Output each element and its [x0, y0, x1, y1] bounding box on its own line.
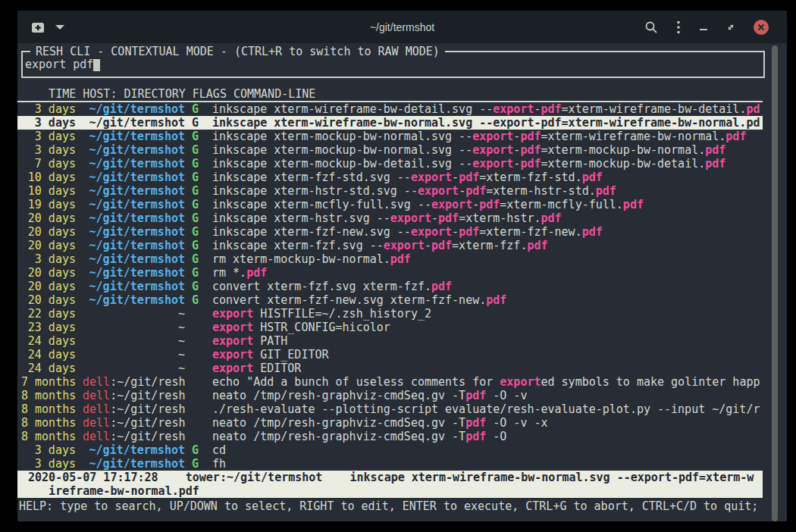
terminal-window: ~/git/termshot [17, 11, 787, 521]
table-row[interactable]: 7 monthsdell:~/git/reshecho "Add a bunch… [17, 375, 763, 389]
command-text: =xterm-wireframe-bw-detail. [562, 102, 747, 116]
table-row[interactable]: 8 monthsdell:~/git/reshneato /tmp/resh-g… [17, 430, 763, 443]
table-row[interactable]: 24 days~export EDITOR [17, 361, 763, 375]
row-flags: G [192, 198, 199, 211]
row-flags: G [192, 171, 199, 184]
table-row[interactable]: 20 days~/git/termshotGconvert xterm-fzf.… [17, 280, 763, 293]
search-button[interactable] [644, 20, 658, 34]
table-row[interactable]: 23 days~export HSTR_CONFIG=hicolor [17, 321, 763, 334]
row-time: 20 days [21, 225, 76, 239]
row-command: neato /tmp/resh-graphviz-cmdSeq.gv -Tpdf… [212, 416, 763, 430]
row-host-dir: ~/git/termshot [83, 198, 185, 211]
command-text: neato /tmp/resh-graphviz-cmdSeq.gv -T [212, 430, 465, 443]
command-match-text: pdf [520, 143, 541, 157]
scrollbar-thumb[interactable] [772, 45, 778, 521]
command-match-text: export [212, 321, 253, 334]
row-host-dir: ~/git/termshot [83, 102, 185, 116]
table-row[interactable]: 8 monthsdell:~/git/reshneato /tmp/resh-g… [17, 389, 763, 402]
command-match-text: pdf [459, 225, 479, 239]
restore-button[interactable] [726, 23, 735, 32]
command-text: cd [212, 443, 226, 457]
row-command: inkscape xterm-fzf-new.svg --export-pdf=… [212, 225, 763, 239]
table-row[interactable]: 3 days~/git/termshotGinkscape xterm-mock… [17, 143, 763, 157]
command-match-text: export [472, 143, 513, 157]
table-row[interactable]: 3 days~/git/termshotGrm xterm-mockup-bw-… [17, 252, 763, 266]
table-row[interactable]: 20 days~/git/termshotGinkscape xterm-fzf… [17, 225, 763, 239]
row-directory: ~/git/termshot [89, 239, 185, 252]
table-header: TIME HOST: DIRECTORY FLAGS COMMAND-LINE [17, 87, 763, 102]
table-row[interactable]: 20 days~/git/termshotGinkscape xterm-fzf… [17, 239, 763, 252]
row-command: convert xterm-fzf-new.svg xterm-fzf-new.… [212, 293, 763, 307]
row-host-dir: ~/git/termshot [83, 225, 185, 239]
table-row[interactable]: 24 days~export PATH [17, 334, 763, 348]
command-text: inkscape xterm-mockup-bw-normal.svg -- [212, 130, 472, 143]
command-text: =xterm-mockup-bw-normal. [541, 143, 705, 157]
row-host-dir: ~/git/termshot [83, 239, 185, 252]
table-row[interactable]: 8 monthsdell:~/git/reshneato /tmp/resh-g… [17, 416, 763, 430]
row-flags: G [192, 116, 199, 130]
command-match-text: pdf [705, 143, 725, 157]
command-text: HISTFILE=~/.zsh_history_2 [253, 307, 431, 321]
tab-dropdown-button[interactable] [55, 25, 64, 30]
row-host-dir: dell:~/git/resh [83, 430, 185, 443]
new-tab-button[interactable] [31, 21, 45, 33]
row-command: cd [212, 443, 763, 457]
table-row[interactable]: 3 days~/git/termshotGinkscape xterm-wire… [17, 102, 763, 116]
close-button[interactable] [754, 20, 769, 35]
row-time: 10 days [21, 184, 76, 198]
command-text: - [459, 184, 465, 198]
row-flags: G [192, 457, 199, 471]
command-match-text: pdf [582, 171, 603, 184]
row-flags: G [192, 225, 199, 239]
command-text: ./resh-evaluate --plotting-script evalua… [212, 402, 760, 416]
table-row[interactable]: 24 days~export GIT_EDITOR [17, 348, 763, 361]
command-match-text: export [500, 375, 541, 389]
row-host-dir: ~/git/termshot [83, 443, 185, 457]
command-match-text: pd [746, 102, 760, 116]
table-row[interactable]: 22 days~export HISTFILE=~/.zsh_history_2 [17, 307, 763, 321]
row-time: 3 days [21, 116, 76, 130]
table-row[interactable]: 10 days~/git/termshotGinkscape xterm-fzf… [17, 171, 763, 184]
row-directory: ~ [178, 307, 185, 321]
row-host-dir: ~ [83, 361, 185, 375]
table-row[interactable]: 7 days~/git/termshotGinkscape xterm-mock… [17, 157, 763, 171]
row-time: 3 days [21, 143, 76, 157]
table-row[interactable]: 20 days~/git/termshotGconvert xterm-fzf-… [17, 293, 763, 307]
table-row[interactable]: 19 days~/git/termshotGinkscape xterm-mcf… [17, 198, 763, 211]
table-row[interactable]: 3 days~/git/termshotGinkscape xterm-wire… [17, 116, 763, 130]
table-row[interactable]: 8 monthsdell:~/git/resh./resh-evaluate -… [17, 402, 763, 416]
search-input[interactable]: export pdf [25, 58, 100, 71]
table-row[interactable]: 10 days~/git/termshotGinkscape xterm-hst… [17, 184, 763, 198]
row-directory: ~/git/termshot [89, 171, 185, 184]
row-command: rm *.pdf [212, 266, 763, 280]
row-flags [192, 321, 199, 334]
command-text: GIT_EDITOR [253, 348, 328, 361]
table-row[interactable]: 3 days~/git/termshotGinkscape xterm-mock… [17, 130, 763, 143]
command-match-text: pdf [541, 102, 561, 116]
command-text: - [431, 211, 438, 225]
menu-button[interactable] [676, 20, 681, 35]
command-match-text: pdf [465, 184, 486, 198]
table-row[interactable]: 3 days~/git/termshotGfh [17, 457, 763, 471]
command-text: - [452, 171, 459, 184]
command-text: =xterm-hstr-std. [486, 184, 596, 198]
titlebar: ~/git/termshot [17, 11, 787, 43]
table-row[interactable]: 3 days~/git/termshotGcd [17, 443, 763, 457]
table-row[interactable]: 20 days~/git/termshotGrm *.pdf [17, 266, 763, 280]
row-directory: ~ [178, 334, 185, 348]
command-match-text: pdf [705, 157, 725, 171]
row-command: rm xterm-mockup-bw-normal.pdf [212, 252, 763, 266]
command-text: =xterm-hstr. [459, 211, 541, 225]
command-text: =xterm-fzf-std. [479, 171, 581, 184]
command-text: echo "Add a bunch of useless comments fo… [212, 375, 500, 389]
row-command: inkscape xterm-mockup-bw-detail.svg --ex… [212, 157, 763, 171]
row-command: fh [212, 457, 763, 471]
row-directory: ~/git/termshot [89, 102, 185, 116]
table-row[interactable]: 20 days~/git/termshotGinkscape xterm-hst… [17, 211, 763, 225]
row-host-dir: ~/git/termshot [83, 457, 185, 471]
command-match-text: export [212, 307, 253, 321]
minimize-button[interactable] [699, 23, 708, 32]
command-match-text: pdf [527, 239, 547, 252]
command-text: - [452, 225, 459, 239]
row-command: ./resh-evaluate --plotting-script evalua… [212, 402, 763, 416]
